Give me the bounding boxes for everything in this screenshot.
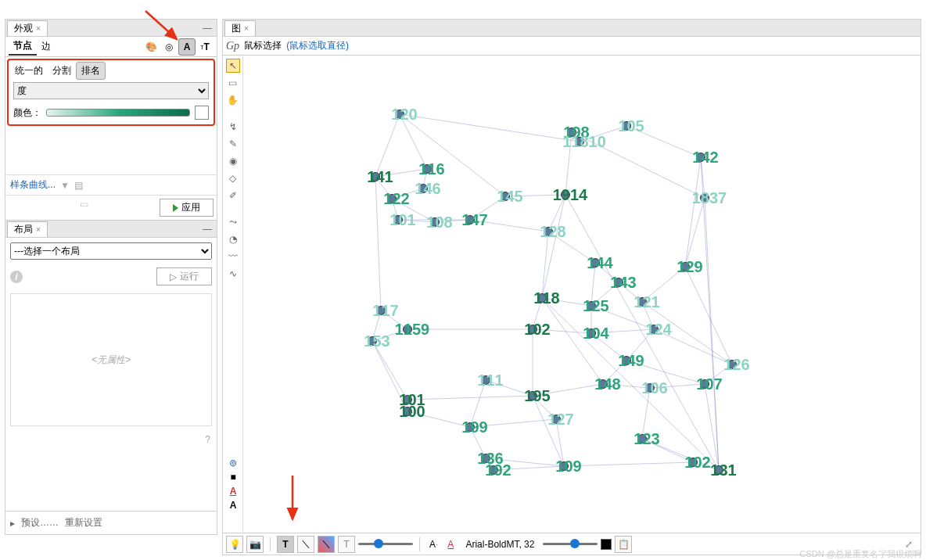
label-A-red[interactable]: A — [230, 486, 237, 497]
bulb-icon[interactable]: 💡 — [226, 536, 243, 553]
shortest-path-tool[interactable]: ⤳ — [226, 215, 240, 229]
layout-tab[interactable]: 布局 × — [7, 221, 48, 237]
graph-node[interactable] — [528, 391, 537, 400]
graph-node[interactable] — [614, 278, 623, 287]
drag-tool[interactable]: ↯ — [226, 120, 240, 134]
mode-nodes[interactable]: 节点 — [9, 38, 37, 56]
color-gradient[interactable] — [46, 109, 190, 117]
info-icon[interactable]: i — [10, 271, 23, 283]
label-size-icon[interactable]: тT — [196, 38, 214, 56]
graph-node[interactable] — [403, 407, 412, 416]
minimize-icon[interactable]: — — [198, 224, 217, 235]
graph-node[interactable] — [637, 297, 647, 307]
graph-node[interactable] — [376, 306, 386, 315]
heatmap-tool[interactable]: ◔ — [226, 232, 240, 246]
minimize-icon[interactable]: — — [198, 23, 217, 34]
graph-node[interactable] — [727, 360, 737, 369]
node-pencil-tool[interactable]: ∿ — [226, 267, 240, 281]
color-picker-icon[interactable] — [195, 106, 209, 120]
label-A[interactable]: A — [230, 500, 237, 511]
filter-icon[interactable]: ▼ — [60, 180, 70, 191]
graph-node[interactable] — [551, 415, 561, 424]
rect-select-tool[interactable]: ▭ — [226, 76, 240, 90]
graph-node[interactable] — [622, 356, 631, 365]
edge-thin-icon[interactable]: ＼ — [297, 536, 314, 553]
eraser-tool[interactable]: ◇ — [226, 171, 240, 185]
graph-node[interactable] — [481, 375, 490, 385]
layout-select[interactable]: ---选择一个布局 — [10, 242, 212, 260]
graph-node[interactable] — [587, 328, 596, 338]
graph-node[interactable] — [649, 325, 659, 334]
graph-node[interactable] — [559, 461, 569, 471]
edge-weight-slider[interactable] — [358, 543, 413, 545]
graph-node[interactable] — [700, 193, 709, 203]
help-icon[interactable]: ? — [5, 431, 217, 448]
graph-node[interactable] — [696, 153, 705, 162]
graph-node[interactable] — [430, 217, 440, 227]
graph-node[interactable] — [587, 301, 596, 311]
graph-node[interactable] — [387, 194, 397, 203]
screenshot-icon[interactable]: 📷 — [246, 536, 264, 553]
graph-node[interactable] — [403, 395, 412, 404]
spline-link[interactable]: 样条曲线... — [10, 178, 56, 192]
tab-ranking[interactable]: 排名 — [76, 62, 106, 80]
font-A-under[interactable]: A — [444, 539, 457, 550]
mode-edges[interactable]: 边 — [37, 38, 56, 55]
pointer-tool[interactable]: ↖ — [226, 59, 240, 73]
graph-node[interactable] — [528, 325, 537, 334]
run-button[interactable]: ▷ 运行 — [156, 267, 212, 285]
list-icon[interactable]: ▤ — [74, 180, 83, 191]
preset-link[interactable]: 预设…… — [21, 516, 59, 529]
text-outline-icon[interactable]: T — [338, 536, 355, 553]
graph-node[interactable] — [561, 190, 570, 199]
edge-color-icon[interactable]: ＼ — [318, 536, 335, 553]
show-labels-button[interactable]: T — [277, 536, 294, 553]
hand-tool[interactable]: ✋ — [226, 93, 240, 107]
graph-node[interactable] — [418, 184, 428, 193]
close-icon[interactable]: × — [244, 24, 249, 33]
graph-node[interactable] — [575, 137, 584, 146]
graph-node[interactable] — [371, 172, 380, 181]
graph-tab[interactable]: 图 × — [224, 20, 256, 36]
graph-node[interactable] — [688, 458, 698, 467]
label-color-swatch[interactable] — [601, 539, 612, 550]
edit-tool[interactable]: ✐ — [226, 188, 240, 203]
font-A-strike[interactable]: A· — [426, 539, 441, 550]
graph-node[interactable] — [395, 109, 404, 119]
close-icon[interactable]: × — [36, 225, 41, 234]
label-size-slider[interactable] — [543, 543, 598, 545]
graph-node[interactable] — [481, 454, 490, 463]
reset-zoom-icon[interactable]: ■ — [230, 472, 235, 483]
appearance-tab[interactable]: 外观 × — [7, 20, 48, 36]
graph-node[interactable] — [489, 465, 498, 475]
graph-node[interactable] — [567, 127, 576, 137]
graph-node[interactable] — [537, 293, 547, 303]
graph-canvas[interactable]: 1201051981181014214111614612214519141837… — [243, 56, 921, 533]
graph-node[interactable] — [590, 258, 600, 267]
attributes-icon[interactable]: 📋 — [615, 536, 632, 553]
graph-node[interactable] — [700, 379, 709, 389]
graph-node[interactable] — [465, 215, 475, 224]
graph-node[interactable] — [645, 383, 655, 393]
graph-node[interactable] — [714, 465, 723, 475]
graph-node[interactable] — [368, 336, 377, 346]
center-icon[interactable]: ⊚ — [229, 458, 237, 468]
graph-node[interactable] — [422, 164, 432, 174]
graph-node[interactable] — [501, 192, 510, 201]
graph-node[interactable] — [622, 121, 631, 131]
graph-node[interactable] — [544, 227, 553, 236]
tab-partition[interactable]: 分割 — [48, 63, 76, 79]
ranking-attribute-select[interactable]: 度 — [13, 82, 209, 99]
mouse-hint-link[interactable]: (鼠标选取直径) — [286, 39, 349, 52]
graph-node[interactable] — [393, 215, 403, 224]
tab-unified[interactable]: 统一的 — [10, 63, 48, 79]
graph-node[interactable] — [680, 262, 690, 271]
graph-node[interactable] — [598, 379, 608, 389]
reset-link[interactable]: 重新设置 — [65, 516, 102, 529]
edge-pencil-tool[interactable]: 〰 — [226, 249, 240, 264]
brush-tool[interactable]: ✎ — [226, 137, 240, 151]
preset-toggle-icon[interactable]: ▸ — [10, 518, 15, 529]
graph-node[interactable] — [637, 434, 647, 443]
font-info[interactable]: Arial-BoldMT, 32 — [460, 537, 540, 552]
apply-button[interactable]: 应用 — [160, 199, 214, 217]
